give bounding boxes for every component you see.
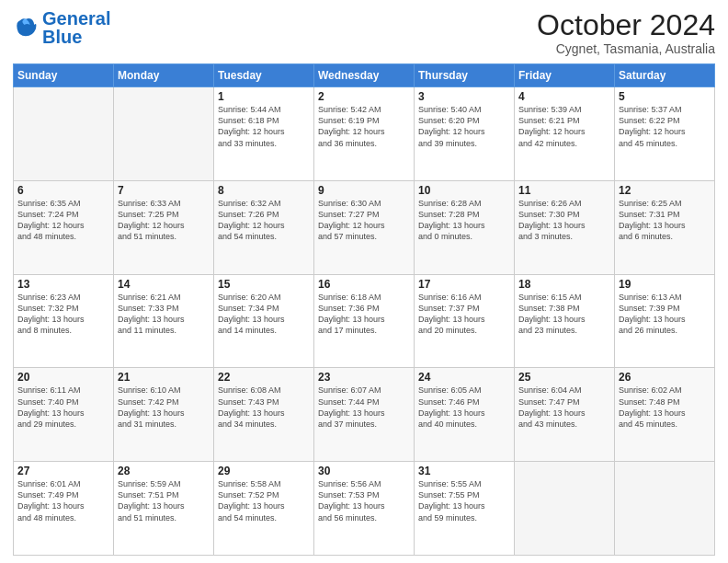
logo-text: General Blue [42, 9, 110, 46]
day-number: 9 [318, 184, 410, 197]
day-number: 17 [418, 278, 510, 291]
day-info: Sunrise: 6:35 AM Sunset: 7:24 PM Dayligh… [17, 198, 109, 243]
day-number: 12 [619, 184, 711, 197]
calendar-week-4: 20Sunrise: 6:11 AM Sunset: 7:40 PM Dayli… [14, 368, 715, 462]
day-number: 22 [218, 371, 310, 384]
calendar-cell-w3-d1: 13Sunrise: 6:23 AM Sunset: 7:32 PM Dayli… [14, 274, 114, 368]
day-info: Sunrise: 6:28 AM Sunset: 7:28 PM Dayligh… [418, 198, 510, 243]
calendar-cell-w3-d3: 15Sunrise: 6:20 AM Sunset: 7:34 PM Dayli… [214, 274, 314, 368]
calendar-header-row: Sunday Monday Tuesday Wednesday Thursday… [14, 64, 715, 87]
day-info: Sunrise: 6:21 AM Sunset: 7:33 PM Dayligh… [118, 292, 210, 337]
calendar-cell-w4-d4: 23Sunrise: 6:07 AM Sunset: 7:44 PM Dayli… [314, 368, 415, 462]
day-number: 8 [218, 184, 310, 197]
day-number: 16 [318, 278, 410, 291]
day-info: Sunrise: 5:58 AM Sunset: 7:52 PM Dayligh… [218, 478, 310, 523]
day-info: Sunrise: 5:44 AM Sunset: 6:18 PM Dayligh… [218, 104, 310, 149]
calendar-cell-w2-d3: 8Sunrise: 6:32 AM Sunset: 7:26 PM Daylig… [214, 180, 314, 274]
calendar-cell-w3-d2: 14Sunrise: 6:21 AM Sunset: 7:33 PM Dayli… [114, 274, 214, 368]
day-info: Sunrise: 6:30 AM Sunset: 7:27 PM Dayligh… [318, 198, 410, 243]
day-number: 3 [418, 90, 510, 103]
calendar-cell-w4-d3: 22Sunrise: 6:08 AM Sunset: 7:43 PM Dayli… [214, 368, 314, 462]
day-number: 2 [318, 90, 410, 103]
logo-icon [13, 15, 39, 40]
calendar-cell-w5-d7 [615, 462, 715, 556]
calendar-cell-w2-d1: 6Sunrise: 6:35 AM Sunset: 7:24 PM Daylig… [14, 180, 114, 274]
day-info: Sunrise: 6:32 AM Sunset: 7:26 PM Dayligh… [218, 198, 310, 243]
day-number: 7 [118, 184, 210, 197]
day-info: Sunrise: 6:15 AM Sunset: 7:38 PM Dayligh… [518, 292, 610, 337]
day-number: 5 [619, 90, 711, 103]
col-sunday: Sunday [14, 64, 114, 87]
calendar-cell-w4-d6: 25Sunrise: 6:04 AM Sunset: 7:47 PM Dayli… [515, 368, 615, 462]
day-number: 24 [418, 371, 510, 384]
day-info: Sunrise: 6:05 AM Sunset: 7:46 PM Dayligh… [418, 385, 510, 430]
day-info: Sunrise: 6:01 AM Sunset: 7:49 PM Dayligh… [17, 478, 109, 523]
day-info: Sunrise: 6:10 AM Sunset: 7:42 PM Dayligh… [118, 385, 210, 430]
calendar-cell-w1-d4: 2Sunrise: 5:42 AM Sunset: 6:19 PM Daylig… [314, 87, 415, 181]
col-wednesday: Wednesday [314, 64, 415, 87]
logo-general: General [42, 8, 110, 29]
month-title: October 2024 [537, 9, 715, 41]
calendar-week-3: 13Sunrise: 6:23 AM Sunset: 7:32 PM Dayli… [14, 274, 715, 368]
col-monday: Monday [114, 64, 214, 87]
calendar-cell-w4-d1: 20Sunrise: 6:11 AM Sunset: 7:40 PM Dayli… [14, 368, 114, 462]
calendar-cell-w2-d6: 11Sunrise: 6:26 AM Sunset: 7:30 PM Dayli… [515, 180, 615, 274]
day-info: Sunrise: 6:02 AM Sunset: 7:48 PM Dayligh… [619, 385, 711, 430]
calendar-cell-w3-d4: 16Sunrise: 6:18 AM Sunset: 7:36 PM Dayli… [314, 274, 415, 368]
logo: General Blue [13, 9, 110, 46]
day-info: Sunrise: 6:25 AM Sunset: 7:31 PM Dayligh… [619, 198, 711, 243]
title-area: October 2024 Cygnet, Tasmania, Australia [537, 9, 715, 56]
col-thursday: Thursday [415, 64, 515, 87]
calendar-table: Sunday Monday Tuesday Wednesday Thursday… [13, 63, 715, 556]
calendar-cell-w1-d2 [114, 87, 214, 181]
day-info: Sunrise: 6:04 AM Sunset: 7:47 PM Dayligh… [518, 385, 610, 430]
day-info: Sunrise: 5:55 AM Sunset: 7:55 PM Dayligh… [418, 478, 510, 523]
calendar-cell-w3-d6: 18Sunrise: 6:15 AM Sunset: 7:38 PM Dayli… [515, 274, 615, 368]
calendar-week-5: 27Sunrise: 6:01 AM Sunset: 7:49 PM Dayli… [14, 462, 715, 556]
day-info: Sunrise: 5:59 AM Sunset: 7:51 PM Dayligh… [118, 478, 210, 523]
calendar-cell-w4-d2: 21Sunrise: 6:10 AM Sunset: 7:42 PM Dayli… [114, 368, 214, 462]
day-info: Sunrise: 6:23 AM Sunset: 7:32 PM Dayligh… [17, 292, 109, 337]
calendar-cell-w3-d7: 19Sunrise: 6:13 AM Sunset: 7:39 PM Dayli… [615, 274, 715, 368]
logo-blue: Blue [42, 27, 82, 47]
day-number: 18 [518, 278, 610, 291]
day-info: Sunrise: 5:40 AM Sunset: 6:20 PM Dayligh… [418, 104, 510, 149]
day-info: Sunrise: 5:42 AM Sunset: 6:19 PM Dayligh… [318, 104, 410, 149]
day-number: 13 [17, 278, 109, 291]
day-info: Sunrise: 6:26 AM Sunset: 7:30 PM Dayligh… [518, 198, 610, 243]
day-number: 20 [17, 371, 109, 384]
col-tuesday: Tuesday [214, 64, 314, 87]
location-title: Cygnet, Tasmania, Australia [537, 41, 715, 56]
day-number: 1 [218, 90, 310, 103]
calendar-cell-w3-d5: 17Sunrise: 6:16 AM Sunset: 7:37 PM Dayli… [415, 274, 515, 368]
calendar-cell-w2-d7: 12Sunrise: 6:25 AM Sunset: 7:31 PM Dayli… [615, 180, 715, 274]
calendar-cell-w4-d7: 26Sunrise: 6:02 AM Sunset: 7:48 PM Dayli… [615, 368, 715, 462]
calendar-cell-w5-d3: 29Sunrise: 5:58 AM Sunset: 7:52 PM Dayli… [214, 462, 314, 556]
calendar-week-2: 6Sunrise: 6:35 AM Sunset: 7:24 PM Daylig… [14, 180, 715, 274]
day-number: 4 [518, 90, 610, 103]
day-number: 21 [118, 371, 210, 384]
calendar-cell-w1-d1 [14, 87, 114, 181]
calendar-week-1: 1Sunrise: 5:44 AM Sunset: 6:18 PM Daylig… [14, 87, 715, 181]
day-number: 23 [318, 371, 410, 384]
day-number: 14 [118, 278, 210, 291]
day-number: 19 [619, 278, 711, 291]
day-number: 29 [218, 465, 310, 477]
calendar-cell-w1-d3: 1Sunrise: 5:44 AM Sunset: 6:18 PM Daylig… [214, 87, 314, 181]
calendar-cell-w1-d6: 4Sunrise: 5:39 AM Sunset: 6:21 PM Daylig… [515, 87, 615, 181]
day-info: Sunrise: 6:16 AM Sunset: 7:37 PM Dayligh… [418, 292, 510, 337]
day-number: 6 [17, 184, 109, 197]
day-info: Sunrise: 6:07 AM Sunset: 7:44 PM Dayligh… [318, 385, 410, 430]
calendar-cell-w5-d6 [515, 462, 615, 556]
calendar-cell-w2-d4: 9Sunrise: 6:30 AM Sunset: 7:27 PM Daylig… [314, 180, 415, 274]
day-info: Sunrise: 6:11 AM Sunset: 7:40 PM Dayligh… [17, 385, 109, 430]
day-number: 31 [418, 465, 510, 477]
day-number: 30 [318, 465, 410, 477]
day-info: Sunrise: 6:20 AM Sunset: 7:34 PM Dayligh… [218, 292, 310, 337]
day-info: Sunrise: 5:56 AM Sunset: 7:53 PM Dayligh… [318, 478, 410, 523]
day-number: 15 [218, 278, 310, 291]
calendar-cell-w4-d5: 24Sunrise: 6:05 AM Sunset: 7:46 PM Dayli… [415, 368, 515, 462]
day-number: 25 [518, 371, 610, 384]
day-number: 28 [118, 465, 210, 477]
day-info: Sunrise: 6:08 AM Sunset: 7:43 PM Dayligh… [218, 385, 310, 430]
